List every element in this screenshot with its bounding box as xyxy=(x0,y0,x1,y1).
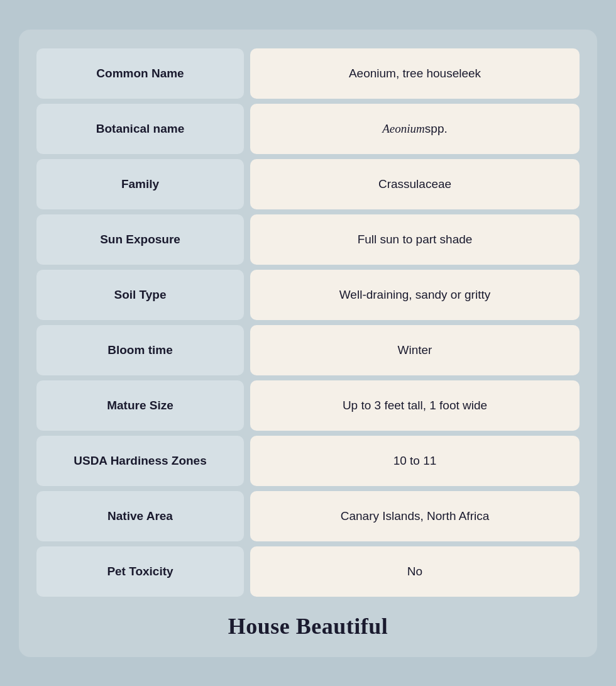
brand-footer: House Beautiful xyxy=(36,613,580,639)
value-usda-zones: 10 to 11 xyxy=(250,436,580,486)
label-botanical-name: Botanical name xyxy=(36,104,244,154)
row-usda-zones: USDA Hardiness Zones10 to 11 xyxy=(36,436,580,486)
value-soil-type: Well-draining, sandy or gritty xyxy=(250,270,580,320)
value-mature-size: Up to 3 feet tall, 1 foot wide xyxy=(250,380,580,431)
row-mature-size: Mature SizeUp to 3 feet tall, 1 foot wid… xyxy=(36,380,580,431)
row-native-area: Native AreaCanary Islands, North Africa xyxy=(36,491,580,541)
label-pet-toxicity: Pet Toxicity xyxy=(36,546,244,597)
label-family: Family xyxy=(36,159,244,209)
value-pet-toxicity: No xyxy=(250,546,580,597)
row-botanical-name: Botanical nameAeonium spp. xyxy=(36,104,580,154)
row-common-name: Common NameAeonium, tree houseleek xyxy=(36,48,580,99)
value-family: Crassulaceae xyxy=(250,159,580,209)
value-bloom-time: Winter xyxy=(250,325,580,375)
row-bloom-time: Bloom timeWinter xyxy=(36,325,580,375)
label-sun-exposure: Sun Exposure xyxy=(36,214,244,265)
label-common-name: Common Name xyxy=(36,48,244,99)
row-sun-exposure: Sun ExposureFull sun to part shade xyxy=(36,214,580,265)
label-bloom-time: Bloom time xyxy=(36,325,244,375)
label-mature-size: Mature Size xyxy=(36,380,244,431)
row-pet-toxicity: Pet ToxicityNo xyxy=(36,546,580,597)
value-common-name: Aeonium, tree houseleek xyxy=(250,48,580,99)
row-soil-type: Soil TypeWell-draining, sandy or gritty xyxy=(36,270,580,320)
label-native-area: Native Area xyxy=(36,491,244,541)
label-usda-zones: USDA Hardiness Zones xyxy=(36,436,244,486)
info-card: Common NameAeonium, tree houseleekBotani… xyxy=(19,30,597,657)
row-family: FamilyCrassulaceae xyxy=(36,159,580,209)
value-botanical-name: Aeonium spp. xyxy=(250,104,580,154)
label-soil-type: Soil Type xyxy=(36,270,244,320)
value-native-area: Canary Islands, North Africa xyxy=(250,491,580,541)
value-sun-exposure: Full sun to part shade xyxy=(250,214,580,265)
